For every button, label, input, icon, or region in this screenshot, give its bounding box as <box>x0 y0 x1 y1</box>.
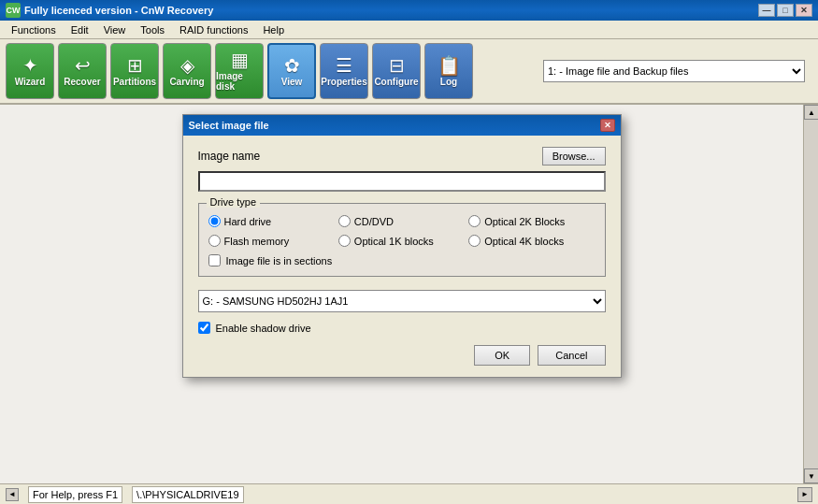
select-image-dialog: Select image file ✕ Image name Browse...… <box>182 114 622 378</box>
menu-functions[interactable]: Functions <box>4 22 64 37</box>
dialog-button-row: OK Cancel <box>198 345 606 366</box>
status-bar: ◄ For Help, press F1 \.\PHYSICALDRIVE19 … <box>0 483 818 504</box>
log-label: Log <box>440 77 457 87</box>
menu-edit[interactable]: Edit <box>64 22 96 37</box>
view-icon: ✿ <box>284 56 300 75</box>
wizard-label: Wizard <box>15 77 46 87</box>
shadow-checkbox[interactable] <box>198 322 210 334</box>
status-right-icon: ► <box>797 487 812 502</box>
menu-help[interactable]: Help <box>255 22 292 37</box>
toolbar: ✦ Wizard ↩ Recover ⊞ Partitions ◈ Carvin… <box>0 39 818 105</box>
help-text: For Help, press F1 <box>33 489 118 500</box>
dialog-close-button[interactable]: ✕ <box>600 119 615 132</box>
partitions-button[interactable]: ⊞ Partitions <box>110 43 159 99</box>
properties-label: Properties <box>321 77 366 87</box>
menu-raid-functions[interactable]: RAID functions <box>172 22 255 37</box>
path-text: \.\PHYSICALDRIVE19 <box>136 489 238 500</box>
dialog-body: Image name Browse... Drive type Hard dri… <box>183 136 621 377</box>
log-button[interactable]: 📋 Log <box>424 43 473 99</box>
view-label: View <box>281 77 303 87</box>
status-scroll-right[interactable]: ► <box>797 487 812 502</box>
image-name-label: Image name <box>198 150 261 163</box>
radio-optical-2k: Optical 2K Blocks <box>468 215 595 227</box>
drive-type-grid: Hard drive CD/DVD Optical 2K Blocks <box>208 215 596 247</box>
menu-tools[interactable]: Tools <box>133 22 172 37</box>
source-dropdown[interactable]: 1: - Image file and Backup files <box>543 60 805 82</box>
cancel-button[interactable]: Cancel <box>538 345 605 366</box>
close-button[interactable]: ✕ <box>796 4 812 17</box>
content-area: Select image file ✕ Image name Browse...… <box>0 105 803 483</box>
carving-label: Carving <box>169 77 204 87</box>
radio-cd-dvd-input[interactable] <box>338 215 351 227</box>
browse-button[interactable]: Browse... <box>542 147 606 166</box>
configure-label: Configure <box>374 77 418 87</box>
recover-icon: ↩ <box>75 56 91 75</box>
radio-flash-memory-label: Flash memory <box>224 236 290 247</box>
radio-optical-4k-label: Optical 4K blocks <box>484 236 564 247</box>
image-name-row: Image name Browse... <box>198 147 606 166</box>
log-icon: 📋 <box>438 56 461 75</box>
title-bar: CW Fully licenced version - CnW Recovery… <box>0 0 818 21</box>
app-icon: CW <box>6 3 21 18</box>
image-disk-icon: ▦ <box>231 50 249 69</box>
window-controls: — □ ✕ <box>758 4 812 17</box>
dialog-title: Select image file <box>189 120 269 131</box>
radio-optical-4k-input[interactable] <box>468 235 481 247</box>
radio-optical-1k: Optical 1K blocks <box>338 235 465 247</box>
recover-button[interactable]: ↩ Recover <box>58 43 107 99</box>
radio-hard-drive-input[interactable] <box>208 215 221 227</box>
radio-optical-2k-input[interactable] <box>468 215 481 227</box>
view-button[interactable]: ✿ View <box>267 43 316 99</box>
image-disk-label: Image disk <box>216 71 263 92</box>
menu-view[interactable]: View <box>96 22 134 37</box>
image-disk-button[interactable]: ▦ Image disk <box>215 43 264 99</box>
sections-checkbox-row: Image file is in sections <box>208 254 596 266</box>
radio-optical-4k: Optical 4K blocks <box>468 235 595 247</box>
main-area: Select image file ✕ Image name Browse...… <box>0 105 818 483</box>
sections-label: Image file is in sections <box>226 255 333 266</box>
drive-type-group: Drive type Hard drive CD/DVD <box>198 203 606 277</box>
drive-dropdown-row: G: - SAMSUNG HD502HJ 1AJ1 <box>198 290 606 312</box>
scroll-up-arrow[interactable]: ▲ <box>804 105 818 120</box>
dialog-title-bar: Select image file ✕ <box>183 115 621 136</box>
scroll-track <box>804 120 818 468</box>
sections-checkbox[interactable] <box>208 254 221 266</box>
window-title: Fully licenced version - CnW Recovery <box>24 5 758 16</box>
radio-optical-1k-input[interactable] <box>338 235 351 247</box>
group-title: Drive type <box>207 196 261 208</box>
radio-cd-dvd: CD/DVD <box>338 215 465 227</box>
properties-button[interactable]: ☰ Properties <box>320 43 368 99</box>
maximize-button[interactable]: □ <box>777 4 794 17</box>
help-text-section: For Help, press F1 <box>28 486 122 503</box>
radio-cd-dvd-label: CD/DVD <box>354 216 394 227</box>
radio-optical-1k-label: Optical 1K blocks <box>354 236 434 247</box>
radio-hard-drive: Hard drive <box>208 215 335 227</box>
menu-bar: Functions Edit View Tools RAID functions… <box>0 21 818 39</box>
wizard-icon: ✦ <box>22 56 38 75</box>
wizard-button[interactable]: ✦ Wizard <box>6 43 54 99</box>
recover-label: Recover <box>64 77 100 87</box>
configure-icon: ⊟ <box>389 56 405 75</box>
right-scrollbar: ▲ ▼ <box>803 105 818 483</box>
scroll-down-arrow[interactable]: ▼ <box>804 468 818 483</box>
ok-button[interactable]: OK <box>474 345 530 366</box>
image-name-input[interactable] <box>198 171 606 192</box>
carving-button[interactable]: ◈ Carving <box>163 43 211 99</box>
configure-button[interactable]: ⊟ Configure <box>372 43 421 99</box>
partitions-icon: ⊞ <box>127 56 143 75</box>
path-section: \.\PHYSICALDRIVE19 <box>132 486 243 503</box>
minimize-button[interactable]: — <box>758 4 775 17</box>
carving-icon: ◈ <box>180 56 194 75</box>
shadow-row: Enable shadow drive <box>198 322 606 334</box>
radio-flash-memory-input[interactable] <box>208 235 221 247</box>
properties-icon: ☰ <box>336 56 352 75</box>
radio-optical-2k-label: Optical 2K Blocks <box>484 216 565 227</box>
toolbar-right: 1: - Image file and Backup files <box>477 60 812 82</box>
radio-flash-memory: Flash memory <box>208 235 335 247</box>
status-left-icon[interactable]: ◄ <box>6 488 19 501</box>
dialog-overlay: Select image file ✕ Image name Browse...… <box>0 105 803 483</box>
shadow-label: Enable shadow drive <box>216 323 311 334</box>
partitions-label: Partitions <box>113 77 156 87</box>
drive-select[interactable]: G: - SAMSUNG HD502HJ 1AJ1 <box>198 290 606 312</box>
radio-hard-drive-label: Hard drive <box>224 216 272 227</box>
